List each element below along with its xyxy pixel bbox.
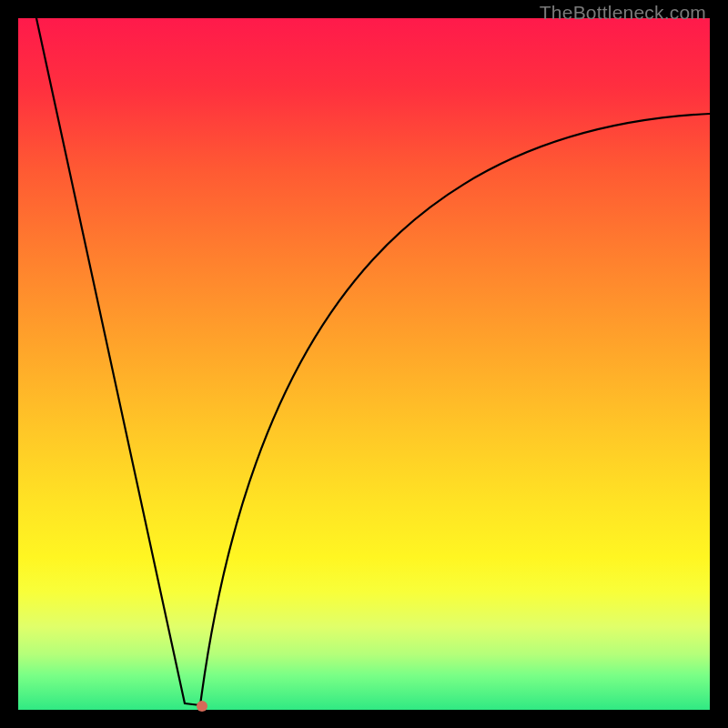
curve-left-segment [36,18,185,703]
bottleneck-curve [18,18,710,710]
plot-area [18,18,710,710]
chart-frame: TheBottleneck.com [0,0,728,728]
watermark-text: TheBottleneck.com [540,2,706,24]
curve-right-segment [200,114,710,705]
optimal-point-marker [197,701,207,712]
